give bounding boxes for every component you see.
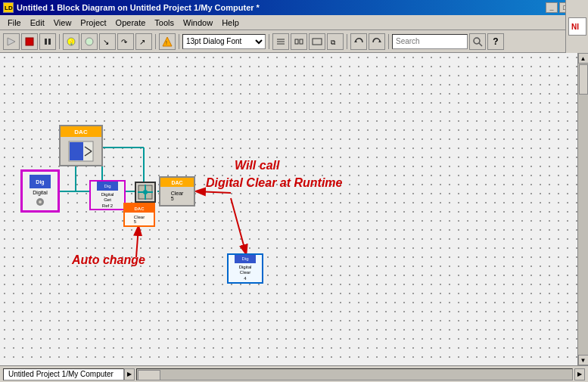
status-scroll-right[interactable]: ▶ <box>124 368 135 380</box>
pause-button[interactable] <box>39 33 56 50</box>
menu-bar: File Edit View Project Operate Tools Win… <box>0 15 588 30</box>
highlight-button[interactable]: 💡 <box>63 33 79 50</box>
reorder-button[interactable]: ⧉ <box>327 33 344 50</box>
dac-ac-label: Clear5 <box>125 213 154 225</box>
digital-getref-icon: Dig <box>97 182 118 191</box>
menu-view[interactable]: View <box>49 17 76 29</box>
digital-getref-label: DigitalGetRef 2 <box>101 192 114 209</box>
svg-rect-19 <box>313 39 322 45</box>
run-arrow-button[interactable] <box>3 33 20 50</box>
status-text: Untitled Project 1/My Computer <box>3 368 124 380</box>
digital-block-label: Digital <box>33 190 47 195</box>
align-button[interactable] <box>272 33 289 50</box>
status-bar: Untitled Project 1/My Computer ▶ ▶ <box>0 365 588 382</box>
svg-line-38 <box>231 198 246 253</box>
svg-line-39 <box>136 227 138 257</box>
svg-line-24 <box>479 43 482 46</box>
dac-clear5-header: DAC <box>160 178 194 187</box>
app-icon: LD <box>3 2 14 13</box>
step-over-button[interactable]: ↷ <box>117 33 134 50</box>
font-selector[interactable]: 13pt Dialog Font <box>182 34 266 49</box>
toolbar-separator-3 <box>179 34 179 49</box>
svg-text:⧉: ⧉ <box>331 39 336 46</box>
svg-rect-18 <box>300 39 303 44</box>
dac-ac-block[interactable]: DAC Clear5 <box>123 203 155 227</box>
resize-button[interactable] <box>309 33 325 50</box>
horizontal-scroll-track[interactable] <box>136 368 573 380</box>
annotation-will-call: Will call <box>235 159 279 172</box>
svg-point-41 <box>39 200 42 203</box>
distribute-button[interactable] <box>291 33 307 50</box>
search-input[interactable] <box>392 34 468 49</box>
scroll-up-button[interactable]: ▲ <box>578 53 589 64</box>
svg-marker-21 <box>354 40 357 42</box>
title-bar: LD Untitled 1 Block Diagram on Untitled … <box>0 0 588 15</box>
svg-rect-3 <box>26 38 33 45</box>
svg-point-49 <box>143 190 148 194</box>
digital-clear4-icon: Dig <box>235 255 256 263</box>
node-icon <box>138 185 153 200</box>
search-button[interactable] <box>469 33 486 50</box>
toolbar: 💡 ↘ ↷ ↗ ! 13pt Dialog Font ⧉ ? <box>0 30 588 53</box>
svg-rect-5 <box>48 39 51 45</box>
minimize-button[interactable]: _ <box>546 2 558 13</box>
toolbar-separator-6 <box>388 34 389 49</box>
dac-topleft-block[interactable]: DAC <box>59 125 103 166</box>
horizontal-scroll-thumb[interactable] <box>138 370 160 380</box>
dac-topleft-body <box>61 137 101 165</box>
retain-wire-values-button[interactable] <box>81 33 98 50</box>
dac-clear5-block[interactable]: DAC Clear5 <box>159 176 195 207</box>
scroll-thumb[interactable] <box>579 64 588 95</box>
horiz-scroll-right-btn[interactable]: ▶ <box>574 368 585 380</box>
window-title: Untitled 1 Block Diagram on Untitled Pro… <box>17 3 546 12</box>
redo-button[interactable] <box>369 33 385 50</box>
svg-text:NI: NI <box>571 23 579 31</box>
digital-large-block[interactable]: Dig Digital <box>21 170 59 212</box>
help-button[interactable]: ? <box>487 33 504 50</box>
svg-text:!: ! <box>166 40 167 45</box>
svg-text:↷: ↷ <box>121 38 128 46</box>
annotation-digital-clear-runtime: Digital Clear at Runtime <box>206 176 342 190</box>
scroll-down-button[interactable]: ▼ <box>578 355 589 365</box>
toolbar-separator-5 <box>347 34 347 49</box>
step-out-button[interactable]: ↗ <box>135 33 152 50</box>
vertical-scrollbar[interactable]: ▲ ▼ <box>577 53 588 365</box>
undo-button[interactable] <box>350 33 367 50</box>
menu-project[interactable]: Project <box>76 17 110 29</box>
svg-rect-43 <box>70 142 83 160</box>
ni-logo: NI <box>568 17 586 36</box>
node-block[interactable] <box>135 182 156 203</box>
svg-line-37 <box>197 191 231 193</box>
dac-clear5-body: Clear5 <box>160 187 194 205</box>
wires-svg <box>0 53 588 365</box>
menu-window[interactable]: Window <box>179 17 217 29</box>
menu-tools[interactable]: Tools <box>150 17 179 29</box>
svg-marker-22 <box>378 40 381 42</box>
svg-rect-17 <box>295 39 298 44</box>
toolbar-separator-2 <box>155 34 156 49</box>
digital-clear4-label: DigitalClear4 <box>239 265 252 282</box>
dac-topleft-header: DAC <box>61 126 101 137</box>
step-into-button[interactable]: ↘ <box>99 33 116 50</box>
block-diagram-canvas[interactable]: Dig Digital DAC Dig <box>0 53 588 365</box>
toolbar-separator-1 <box>59 34 60 49</box>
svg-rect-4 <box>45 39 47 45</box>
digital-getref-block[interactable]: Dig DigitalGetRef 2 <box>89 180 126 210</box>
toolbar-separator-4 <box>269 34 269 49</box>
scroll-track <box>578 64 588 355</box>
menu-operate[interactable]: Operate <box>111 17 151 29</box>
abort-button[interactable] <box>21 33 38 50</box>
svg-text:↗: ↗ <box>139 38 145 46</box>
svg-text:↘: ↘ <box>103 38 109 46</box>
warn-button[interactable]: ! <box>159 33 176 50</box>
digital-clear4-block[interactable]: Dig DigitalClear4 <box>227 253 263 284</box>
svg-point-23 <box>474 38 480 44</box>
svg-marker-2 <box>8 38 15 45</box>
menu-help[interactable]: Help <box>217 17 244 29</box>
main-area: Dig Digital DAC Dig <box>0 53 588 365</box>
menu-edit[interactable]: Edit <box>26 17 49 29</box>
digital-block-gear <box>35 197 45 207</box>
svg-text:💡: 💡 <box>68 39 75 45</box>
menu-file[interactable]: File <box>3 17 26 29</box>
dac-ac-header: DAC <box>125 204 154 213</box>
